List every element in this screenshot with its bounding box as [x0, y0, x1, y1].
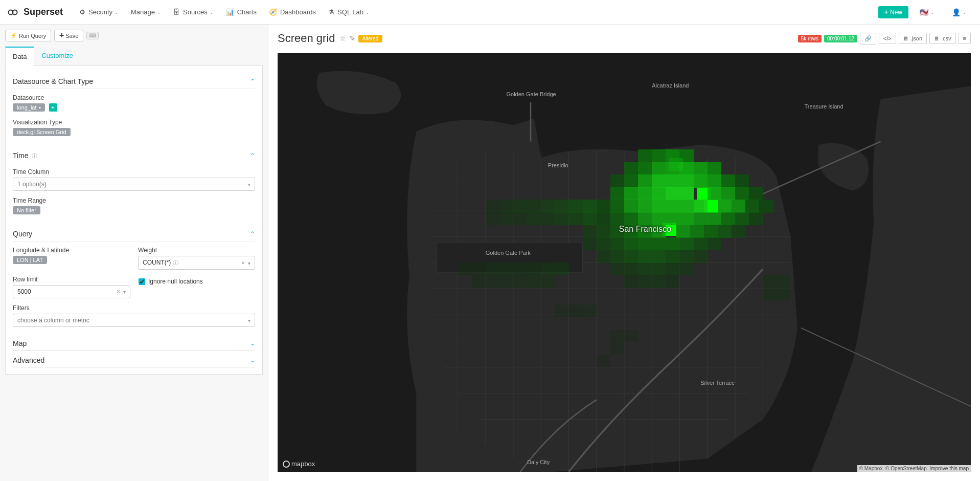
grid-cell: [718, 200, 732, 212]
grid-cell: [610, 187, 624, 200]
grid-cell: [472, 275, 486, 288]
grid-cell: [610, 342, 624, 355]
section-header-datasource[interactable]: Datasource & Chart Type ⌃: [13, 72, 255, 89]
grid-cell: [694, 174, 708, 187]
embed-button[interactable]: </>: [879, 33, 896, 44]
section-header-time[interactable]: Time ⓘ ⌃: [13, 146, 255, 163]
plus-icon: +: [884, 9, 888, 16]
datasource-label: Datasource: [13, 94, 255, 101]
grid-cell: [690, 225, 704, 237]
weight-input[interactable]: COUNT(*) ⓘ ×▾: [138, 256, 255, 270]
grid-cell: [527, 263, 541, 275]
grid-cell: [610, 263, 624, 275]
link-button[interactable]: 🔗: [860, 33, 876, 45]
grid-cell: [597, 355, 610, 367]
tab-data[interactable]: Data: [5, 47, 34, 66]
run-query-button[interactable]: ⚡ Run Query: [5, 30, 51, 41]
grid-cell: [499, 200, 513, 212]
viz-type-selector[interactable]: deck.gl Screen Grid: [13, 128, 71, 136]
grid-cell: [694, 200, 708, 212]
flask-icon: ⚗: [328, 8, 334, 16]
right-panel: Screen grid ☆ ✎ Altered 5k rows 00:00:01…: [268, 25, 980, 481]
grid-cell: [735, 187, 749, 200]
altered-badge[interactable]: Altered: [358, 35, 383, 42]
nav-sources[interactable]: 🗄 Sources ⌄: [167, 8, 220, 16]
info-icon: ⓘ: [32, 152, 37, 160]
save-button[interactable]: ✚ Save: [54, 30, 83, 41]
edit-icon[interactable]: ✎: [349, 34, 355, 42]
datasource-selector[interactable]: long_lat ▾: [13, 103, 45, 112]
time-column-label: Time Column: [13, 168, 255, 176]
grid-cell: [638, 250, 652, 263]
user-menu[interactable]: 👤 ⌄: [946, 8, 973, 16]
file-icon: 🗎: [934, 35, 940, 41]
export-csv-button[interactable]: 🗎 .csv: [929, 33, 956, 44]
attribution-osm[interactable]: © OpenStreetMap: [885, 466, 927, 471]
nav-charts[interactable]: 📊 Charts: [220, 8, 263, 16]
more-menu-button[interactable]: ≡: [959, 33, 971, 44]
grid-cell: [666, 275, 679, 288]
grid-cell: [610, 330, 624, 342]
grid-cell: [652, 200, 666, 212]
lonlat-value: LON | LAT: [17, 257, 43, 263]
ignore-null-input[interactable]: [139, 278, 145, 285]
datasource-value: long_lat: [17, 104, 37, 111]
clear-icon[interactable]: ×: [241, 259, 245, 267]
grid-cell: [624, 212, 638, 225]
filters-input[interactable]: choose a column or metric ▾: [13, 314, 255, 327]
section-header-advanced[interactable]: Advanced ⌄: [13, 351, 255, 368]
attribution-improve-link[interactable]: Improve this map: [929, 466, 969, 471]
nav-sqllab[interactable]: ⚗ SQL Lab ⌄: [322, 8, 376, 16]
grid-cell: [666, 250, 679, 263]
star-icon[interactable]: ☆: [339, 34, 346, 42]
grid-cell: [777, 288, 790, 300]
keyboard-shortcut-icon: ⌨: [86, 32, 99, 39]
attribution-mapbox[interactable]: © Mapbox: [859, 466, 883, 471]
add-datasource-button[interactable]: +: [49, 103, 57, 112]
time-column-input[interactable]: 1 option(s) ▾: [13, 178, 255, 191]
grid-cell: [679, 250, 693, 263]
time-range-value-tag[interactable]: No filter: [13, 206, 40, 214]
grid-cell: [624, 250, 638, 263]
chart-title: Screen grid: [278, 32, 335, 45]
grid-cell: [694, 250, 708, 263]
grid-cell: [624, 263, 638, 275]
ignore-null-checkbox[interactable]: Ignore null locations: [139, 278, 255, 285]
new-button[interactable]: + New: [878, 6, 908, 18]
nav-manage[interactable]: Manage ⌄: [125, 8, 167, 16]
chevron-up-icon: ⌃: [250, 230, 255, 237]
section-header-query[interactable]: Query ⌃: [13, 225, 255, 242]
caret-down-icon: ▾: [123, 289, 126, 295]
grid-cell: [610, 250, 624, 263]
grid-cell: [763, 275, 777, 288]
grid-cell: [679, 162, 693, 175]
lonlat-value-tag[interactable]: LON | LAT: [13, 256, 47, 264]
file-icon: 🗎: [903, 35, 909, 41]
left-panel: ⚡ Run Query ✚ Save ⌨ Data Customize Data…: [0, 25, 268, 481]
grid-cell: [624, 174, 638, 187]
export-json-button[interactable]: 🗎 .json: [899, 33, 927, 44]
grid-cell: [694, 162, 708, 175]
brand[interactable]: Superset: [7, 6, 63, 18]
grid-cell: [583, 212, 597, 225]
caret-down-icon: ▾: [39, 105, 41, 110]
nav-security-label: Security: [88, 8, 112, 16]
nav-security[interactable]: ⚙ Security ⌄: [73, 8, 125, 16]
section-header-map[interactable]: Map ⌄: [13, 334, 255, 351]
chevron-down-icon: ⌄: [250, 340, 255, 347]
grid-cell: [597, 250, 610, 263]
caret-down-icon: ▾: [248, 260, 250, 266]
section-title-query: Query: [13, 230, 32, 238]
nav-dashboards[interactable]: 🧭 Dashboards: [263, 8, 322, 16]
tab-customize[interactable]: Customize: [34, 47, 80, 65]
row-limit-input[interactable]: 5000 ×▾: [13, 285, 130, 298]
row-limit-label: Row limit: [13, 276, 130, 283]
clear-icon[interactable]: ×: [117, 288, 120, 295]
grid-cell: [652, 174, 666, 187]
map-visualization[interactable]: Golden Gate Bridge Alcatraz Island Treas…: [278, 53, 971, 472]
grid-cell: [486, 212, 499, 225]
grid-cell: [541, 200, 555, 212]
grid-cell: [638, 162, 652, 175]
language-selector[interactable]: 🇺🇸 ⌄: [914, 8, 941, 16]
grid-cell: [721, 187, 735, 200]
